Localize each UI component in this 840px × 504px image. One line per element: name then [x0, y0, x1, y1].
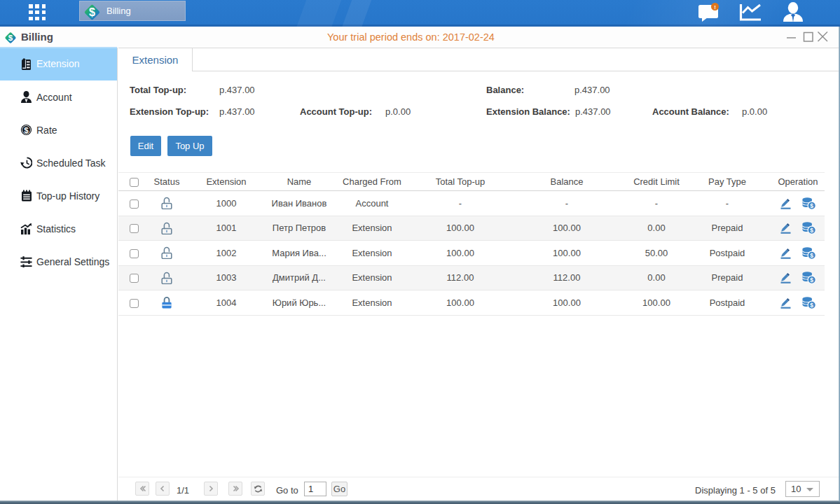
svg-text:$: $	[810, 227, 813, 234]
svg-text:$: $	[24, 126, 29, 134]
svg-text:$: $	[810, 302, 813, 309]
svg-text:!: !	[714, 4, 716, 10]
svg-text:$: $	[8, 34, 13, 42]
svg-text:$: $	[89, 6, 95, 18]
svg-text:$: $	[810, 202, 813, 209]
svg-text:$: $	[810, 252, 813, 259]
svg-text:$: $	[810, 276, 813, 284]
